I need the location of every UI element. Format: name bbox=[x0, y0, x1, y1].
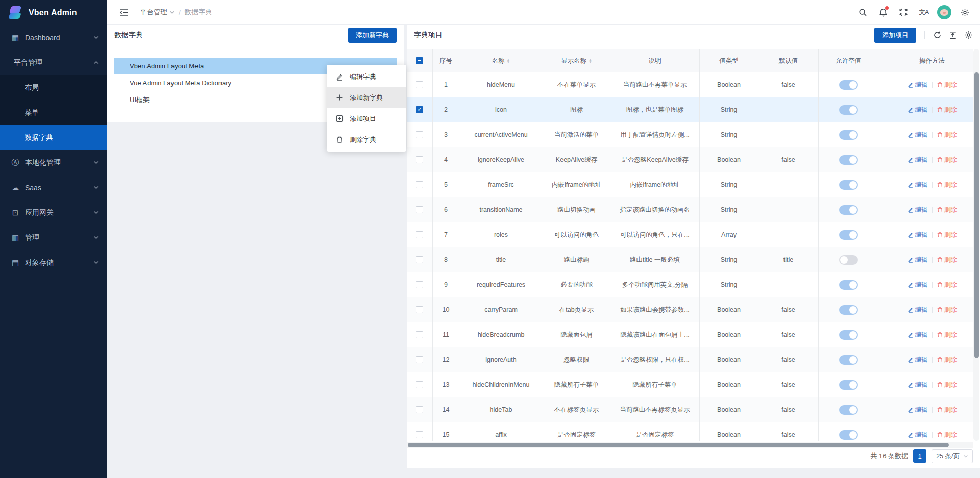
nullable-toggle[interactable] bbox=[839, 205, 858, 215]
add-dictionary-button[interactable]: 添加新字典 bbox=[348, 28, 397, 43]
edit-button[interactable]: 编辑 bbox=[908, 431, 928, 439]
delete-button[interactable]: 删除 bbox=[937, 381, 957, 389]
add-item-button[interactable]: 添加项目 bbox=[874, 28, 916, 43]
edit-button[interactable]: 编辑 bbox=[908, 306, 928, 314]
nullable-toggle[interactable] bbox=[839, 255, 858, 265]
edit-button[interactable]: 编辑 bbox=[908, 106, 928, 114]
delete-button[interactable]: 删除 bbox=[937, 131, 957, 139]
edit-button[interactable]: 编辑 bbox=[908, 231, 928, 239]
bell-icon[interactable] bbox=[876, 5, 890, 19]
vertical-scrollbar[interactable] bbox=[973, 49, 979, 441]
sort-icon[interactable]: ▲▼ bbox=[507, 58, 510, 63]
nullable-toggle[interactable] bbox=[839, 305, 858, 315]
sidebar-item[interactable]: ☁ Saas bbox=[0, 175, 107, 200]
nullable-toggle[interactable] bbox=[839, 230, 858, 240]
edit-button[interactable]: 编辑 bbox=[908, 256, 928, 264]
row-checkbox[interactable] bbox=[416, 356, 423, 363]
column-header-name[interactable]: 名称 ▲▼ bbox=[459, 49, 543, 72]
row-checkbox[interactable] bbox=[416, 131, 423, 138]
row-checkbox[interactable] bbox=[416, 331, 423, 338]
row-height-icon[interactable] bbox=[949, 31, 957, 39]
fullscreen-icon[interactable] bbox=[896, 5, 911, 19]
sidebar-item[interactable]: Ⓐ 本地化管理 bbox=[0, 150, 107, 175]
row-checkbox[interactable] bbox=[416, 431, 423, 438]
row-checkbox[interactable] bbox=[416, 181, 423, 188]
column-header-display-name[interactable]: 显示名称 ▲▼ bbox=[543, 49, 610, 72]
sidebar-item[interactable]: 布局 bbox=[0, 75, 107, 100]
delete-button[interactable]: 删除 bbox=[937, 206, 957, 214]
sidebar-item[interactable]: 数据字典 bbox=[0, 125, 107, 150]
delete-button[interactable]: 删除 bbox=[937, 81, 957, 89]
refresh-icon[interactable] bbox=[933, 31, 942, 39]
edit-button[interactable]: 编辑 bbox=[908, 331, 928, 339]
row-checkbox[interactable] bbox=[416, 306, 423, 313]
delete-button[interactable]: 删除 bbox=[937, 331, 957, 339]
row-checkbox[interactable] bbox=[416, 256, 423, 263]
row-checkbox[interactable] bbox=[416, 156, 423, 163]
nullable-toggle[interactable] bbox=[839, 330, 858, 340]
row-checkbox[interactable] bbox=[416, 281, 423, 288]
page-number-button[interactable]: 1 bbox=[913, 449, 926, 463]
delete-button[interactable]: 删除 bbox=[937, 406, 957, 414]
sidebar-item[interactable]: ⊡ 应用网关 bbox=[0, 200, 107, 225]
delete-button[interactable]: 删除 bbox=[937, 181, 957, 189]
sort-icon[interactable]: ▲▼ bbox=[589, 58, 592, 63]
nullable-toggle[interactable] bbox=[839, 380, 858, 390]
sidebar-item[interactable]: ▦ Dashboard bbox=[0, 25, 107, 50]
select-all-checkbox[interactable] bbox=[416, 57, 423, 64]
sidebar-item[interactable]: 菜单 bbox=[0, 100, 107, 125]
row-checkbox[interactable] bbox=[416, 106, 423, 113]
edit-button[interactable]: 编辑 bbox=[908, 81, 928, 89]
row-checkbox[interactable] bbox=[416, 381, 423, 388]
context-menu-item-edit-dictionary[interactable]: 编辑字典 bbox=[327, 66, 406, 87]
menu-item-icon: ▤ bbox=[10, 258, 20, 267]
nullable-toggle[interactable] bbox=[839, 155, 858, 165]
row-checkbox[interactable] bbox=[416, 406, 423, 413]
translate-icon[interactable]: 文A bbox=[917, 5, 931, 19]
edit-button[interactable]: 编辑 bbox=[908, 206, 928, 214]
edit-button[interactable]: 编辑 bbox=[908, 406, 928, 414]
edit-button[interactable]: 编辑 bbox=[908, 381, 928, 389]
app-logo[interactable]: Vben Admin bbox=[0, 0, 107, 25]
breadcrumb-root[interactable]: 平台管理 bbox=[140, 8, 175, 17]
delete-button[interactable]: 删除 bbox=[937, 256, 957, 264]
delete-button[interactable]: 删除 bbox=[937, 156, 957, 164]
delete-button[interactable]: 删除 bbox=[937, 306, 957, 314]
settings-icon[interactable] bbox=[964, 31, 973, 39]
context-menu-item-add-dictionary[interactable]: 添加新字典 bbox=[327, 87, 406, 108]
context-menu-item-add-item[interactable]: 添加项目 bbox=[327, 108, 406, 129]
delete-button[interactable]: 删除 bbox=[937, 431, 957, 439]
row-checkbox[interactable] bbox=[416, 231, 423, 238]
edit-button[interactable]: 编辑 bbox=[908, 131, 928, 139]
sidebar-item[interactable]: ▥ 管理 bbox=[0, 225, 107, 250]
edit-button[interactable]: 编辑 bbox=[908, 181, 928, 189]
nullable-toggle[interactable] bbox=[839, 180, 858, 190]
nullable-toggle[interactable] bbox=[839, 430, 858, 440]
row-checkbox[interactable] bbox=[416, 206, 423, 213]
delete-button[interactable]: 删除 bbox=[937, 356, 957, 364]
delete-button[interactable]: 删除 bbox=[937, 281, 957, 289]
edit-button[interactable]: 编辑 bbox=[908, 156, 928, 164]
delete-button[interactable]: 删除 bbox=[937, 231, 957, 239]
delete-button[interactable]: 删除 bbox=[937, 106, 957, 114]
sidebar-item[interactable]: 平台管理 bbox=[0, 50, 107, 75]
nullable-toggle[interactable] bbox=[839, 130, 858, 140]
nullable-toggle[interactable] bbox=[839, 280, 858, 290]
nullable-toggle[interactable] bbox=[839, 355, 858, 365]
scrollbar-thumb[interactable] bbox=[408, 443, 949, 447]
scrollbar-thumb[interactable] bbox=[974, 72, 979, 358]
avatar[interactable] bbox=[937, 5, 951, 19]
row-checkbox[interactable] bbox=[416, 81, 423, 88]
search-icon[interactable] bbox=[855, 5, 870, 19]
menu-collapse-icon[interactable] bbox=[116, 5, 131, 19]
page-size-select[interactable]: 25 条/页 bbox=[932, 449, 973, 463]
nullable-toggle[interactable] bbox=[839, 80, 858, 90]
edit-button[interactable]: 编辑 bbox=[908, 356, 928, 364]
nullable-toggle[interactable] bbox=[839, 105, 858, 115]
context-menu-item-delete-dictionary[interactable]: 删除字典 bbox=[327, 129, 406, 150]
gear-icon[interactable] bbox=[958, 5, 972, 19]
edit-button[interactable]: 编辑 bbox=[908, 281, 928, 289]
sidebar-item[interactable]: ▤ 对象存储 bbox=[0, 250, 107, 275]
nullable-toggle[interactable] bbox=[839, 405, 858, 415]
horizontal-scrollbar[interactable] bbox=[407, 442, 973, 448]
